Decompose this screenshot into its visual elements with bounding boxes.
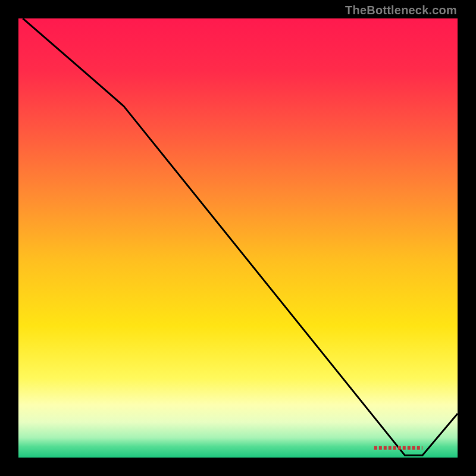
plot-svg xyxy=(18,18,458,458)
chart-frame: TheBottleneck.com xyxy=(0,0,476,476)
watermark-text: TheBottleneck.com xyxy=(345,4,457,17)
plot-area xyxy=(18,18,458,458)
bottleneck-curve xyxy=(23,18,458,455)
